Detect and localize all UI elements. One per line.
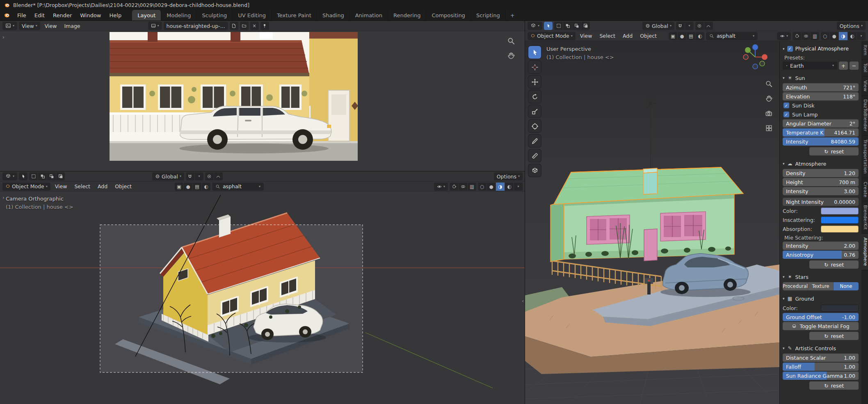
sun-disk-checkbox[interactable]: ✓ bbox=[783, 103, 789, 108]
height-slider[interactable]: Height700 m bbox=[783, 178, 859, 186]
atmosphere-reset-button[interactable]: ↻reset bbox=[809, 260, 859, 269]
visibility-dropdown[interactable]: ▾ bbox=[434, 183, 448, 191]
ground-color-swatch[interactable] bbox=[821, 305, 859, 312]
mie-intensity-slider[interactable]: Intensity2.00 bbox=[783, 242, 859, 250]
anisotropy-slider[interactable]: Anisotropy0.76 bbox=[783, 251, 859, 259]
menu-help[interactable]: Help bbox=[105, 10, 126, 21]
new-image-button[interactable] bbox=[230, 22, 238, 30]
stars-procedural-button[interactable]: Procedural bbox=[783, 282, 808, 290]
navigation-gizmo[interactable] bbox=[742, 43, 769, 71]
angular-diameter-slider[interactable]: Angular Diameter2° bbox=[783, 119, 859, 128]
proportional-edit-icon[interactable] bbox=[695, 22, 704, 30]
workspace-tab-texture-paint[interactable]: Texture Paint bbox=[272, 10, 317, 21]
sidebar-tab-atmosphere[interactable]: Atmosphere bbox=[861, 234, 868, 270]
menu-object[interactable]: Object bbox=[637, 33, 660, 39]
toolbar-expand-arrow[interactable]: › bbox=[2, 34, 5, 40]
proportional-edit-icon[interactable] bbox=[205, 172, 214, 180]
image-editor-canvas[interactable]: › bbox=[0, 31, 525, 171]
workspace-tab-scripting[interactable]: Scripting bbox=[471, 10, 506, 21]
color-swatch[interactable] bbox=[821, 208, 859, 215]
select-set-icon[interactable] bbox=[554, 22, 563, 30]
zoom-icon[interactable] bbox=[506, 36, 516, 46]
asset-material-icon[interactable]: ● bbox=[184, 183, 192, 191]
select-subtract-icon[interactable] bbox=[572, 22, 581, 30]
falloff-slider[interactable]: Falloff1.00 bbox=[783, 363, 859, 371]
workspace-tab-shading[interactable]: Shading bbox=[317, 10, 350, 21]
falloff-curve-icon[interactable] bbox=[704, 22, 713, 30]
active-tool-icon[interactable] bbox=[19, 172, 27, 180]
stars-none-button[interactable]: None bbox=[834, 282, 859, 290]
material-preview-icon[interactable]: ◑ bbox=[839, 32, 847, 40]
stars-texture-button[interactable]: Texture bbox=[808, 282, 834, 290]
workspace-tab-modeling[interactable]: Modeling bbox=[161, 10, 196, 21]
workspace-tab-animation[interactable]: Animation bbox=[350, 10, 388, 21]
asset-material-icon[interactable]: ● bbox=[678, 32, 686, 40]
wireframe-shading-icon[interactable]: ○ bbox=[478, 183, 487, 191]
sidebar-tab-transportation[interactable]: Transportation bbox=[861, 136, 868, 178]
show-gizmo-icon[interactable] bbox=[450, 183, 458, 191]
pan-hand-icon[interactable] bbox=[506, 51, 516, 61]
select-subtract-icon[interactable] bbox=[47, 172, 56, 180]
sidebar-tab-blenderkit[interactable]: BlenderKit bbox=[861, 201, 868, 234]
snap-dropdown-chevron[interactable]: ▾ bbox=[195, 172, 203, 180]
editor-type-button[interactable]: ▾ bbox=[528, 22, 542, 30]
workspace-tab-rendering[interactable]: Rendering bbox=[388, 10, 426, 21]
shading-dropdown-chevron[interactable]: ▾ bbox=[857, 32, 866, 40]
zoom-icon[interactable] bbox=[764, 79, 774, 89]
image-mode-dropdown[interactable]: View ▾ bbox=[19, 22, 40, 30]
rendered-shading-icon[interactable]: ◐ bbox=[848, 32, 857, 40]
sun-lamp-checkbox[interactable]: ✓ bbox=[783, 112, 789, 117]
stars-section-header[interactable]: ▾ ✶ Stars bbox=[783, 272, 859, 281]
add-workspace-button[interactable]: + bbox=[506, 10, 519, 21]
move-tool[interactable] bbox=[528, 75, 541, 88]
menu-edit[interactable]: Edit bbox=[30, 10, 49, 21]
sun-reset-button[interactable]: ↻reset bbox=[809, 147, 859, 155]
menu-object[interactable]: Object bbox=[112, 183, 135, 189]
menu-image[interactable]: Image bbox=[61, 23, 83, 29]
asset-brush-icon[interactable]: ◐ bbox=[696, 32, 704, 40]
image-browse-button[interactable]: ▾ bbox=[148, 22, 162, 30]
pan-hand-icon[interactable] bbox=[764, 94, 774, 103]
distance-scalar-slider[interactable]: Distance Scalar1.00 bbox=[783, 354, 859, 362]
preset-remove-button[interactable]: − bbox=[850, 62, 859, 70]
blenderkit-search-field[interactable]: asphalt ▾ bbox=[706, 32, 758, 40]
app-menu-button[interactable] bbox=[0, 10, 13, 21]
menu-select[interactable]: Select bbox=[71, 183, 93, 189]
workspace-tab-uv-editing[interactable]: UV Editing bbox=[233, 10, 272, 21]
preset-add-button[interactable]: + bbox=[839, 62, 848, 70]
artistic-reset-button[interactable]: ↻reset bbox=[809, 381, 859, 390]
ground-offset-slider[interactable]: Ground Offset-1.00 bbox=[783, 313, 859, 321]
falloff-curve-icon[interactable] bbox=[214, 172, 223, 180]
snap-magnet-icon[interactable] bbox=[676, 22, 685, 30]
atmosphere-section-header[interactable]: ▾ ☁ Atmosphere bbox=[783, 159, 859, 168]
show-overlays-icon[interactable] bbox=[459, 183, 467, 191]
camera-view-icon[interactable] bbox=[764, 108, 774, 118]
panel-enable-checkbox[interactable]: ✓ bbox=[787, 46, 793, 52]
options-button[interactable]: Options ▾ bbox=[494, 172, 523, 180]
xray-icon[interactable]: ▥ bbox=[811, 32, 819, 40]
solid-shading-icon[interactable]: ● bbox=[830, 32, 838, 40]
asset-scene-icon[interactable]: ▤ bbox=[687, 32, 695, 40]
asset-model-icon[interactable]: ▣ bbox=[175, 183, 183, 191]
select-box-tool[interactable] bbox=[528, 46, 541, 59]
select-set-icon[interactable] bbox=[29, 172, 38, 180]
cursor-tool[interactable] bbox=[528, 61, 541, 73]
menu-add[interactable]: Add bbox=[620, 33, 635, 39]
rendered-shading-icon[interactable]: ◐ bbox=[505, 183, 514, 191]
ortho-toggle-icon[interactable] bbox=[764, 123, 774, 133]
sidebar-tab-daztoblender[interactable]: DazToBlender bbox=[861, 96, 868, 136]
annotate-tool[interactable] bbox=[528, 135, 541, 147]
atmosphere-intensity-slider[interactable]: Intensity3.00 bbox=[783, 187, 859, 195]
preset-dropdown[interactable]: · Earth ▾ bbox=[783, 62, 837, 70]
unlink-image-button[interactable]: × bbox=[250, 22, 259, 30]
inscattering-swatch[interactable] bbox=[821, 217, 859, 224]
asset-scene-icon[interactable]: ▤ bbox=[193, 183, 201, 191]
menu-render[interactable]: Render bbox=[49, 10, 76, 21]
select-intersect-icon[interactable] bbox=[56, 172, 65, 180]
sun-intensity-slider[interactable]: Intensity84080.59 bbox=[783, 137, 859, 146]
solid-shading-icon[interactable]: ● bbox=[487, 183, 496, 191]
transform-orientation-dropdown[interactable]: Global ▾ bbox=[642, 22, 674, 30]
sidebar-tab-view[interactable]: View bbox=[861, 77, 868, 96]
sidebar-tab-item[interactable]: Item bbox=[861, 41, 868, 59]
measure-tool[interactable] bbox=[528, 149, 541, 162]
